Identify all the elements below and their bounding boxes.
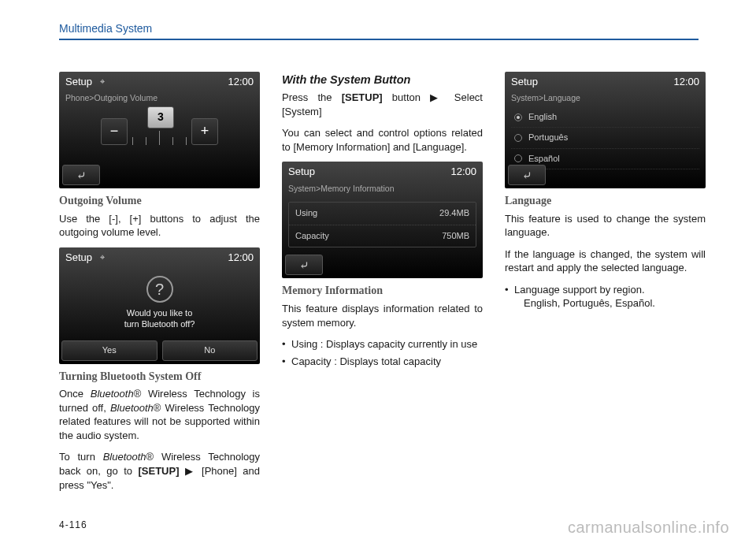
screen-outgoing-volume: Setup ⌖ 12:00 Phone>Outgoing Volume − + …	[59, 72, 260, 188]
clock: 12:00	[228, 251, 254, 265]
breadcrumb: Phone>Outgoing Volume	[59, 92, 260, 104]
screen-memory-info: Setup 12:00 System>Memory Information Us…	[282, 162, 483, 278]
language-bullets: Language support by region. English, Por…	[505, 283, 706, 311]
lang-support-values: English, Português, Español.	[514, 296, 706, 311]
column-2: With the System Button Press the [SETUP]…	[282, 72, 483, 500]
screen-title: Setup	[65, 251, 92, 265]
memory-bullets: Using : Displays capacity currently in u…	[282, 337, 483, 368]
language-option-english[interactable]: English	[511, 107, 699, 128]
back-button[interactable]: ⤶	[62, 165, 100, 185]
heading-memory-info: Memory Information	[282, 283, 483, 299]
screen-title: Setup	[288, 165, 315, 179]
text-bluetooth-off-2: To turn Bluetooth® Wireless Technology b…	[59, 450, 260, 492]
clock: 12:00	[673, 75, 699, 89]
no-button[interactable]: No	[162, 340, 258, 361]
text-system-button-2: You can select and control options relat…	[282, 126, 483, 154]
breadcrumb: System>Language	[505, 92, 706, 104]
screen-title: Setup	[511, 75, 538, 89]
heading-outgoing-volume: Outgoing Volume	[59, 193, 260, 209]
language-list: English Português Español	[511, 107, 699, 169]
yes-button[interactable]: Yes	[61, 340, 158, 361]
memory-row-capacity: Capacity750MB	[289, 225, 476, 247]
volume-thumb[interactable]: 3	[147, 106, 174, 128]
radio-icon	[514, 134, 522, 142]
bluetooth-icon: ⌖	[100, 251, 105, 263]
screen-title: Setup	[65, 75, 92, 89]
memory-row-using: Using29.4MB	[289, 203, 476, 225]
bullet-lang-support: Language support by region. English, Por…	[505, 283, 706, 311]
back-button[interactable]: ⤶	[285, 255, 323, 275]
bluetooth-icon: ⌖	[100, 76, 105, 87]
volume-minus-button[interactable]: −	[101, 118, 128, 145]
volume-plus-button[interactable]: +	[191, 118, 218, 145]
screen-language: Setup 12:00 System>Language English Port…	[505, 72, 706, 188]
radio-icon	[514, 113, 522, 121]
heading-bluetooth-off: Turning Bluetooth System Off	[59, 369, 260, 385]
text-language-1: This feature is used to change the syste…	[505, 212, 706, 240]
column-3: Setup 12:00 System>Language English Port…	[505, 72, 706, 500]
screen-bluetooth-off: Setup ⌖ 12:00 ? Would you like to turn B…	[59, 247, 260, 364]
volume-ticks	[132, 128, 187, 145]
back-button[interactable]: ⤶	[508, 165, 546, 185]
bullet-capacity: Capacity : Displays total capacity	[282, 355, 483, 369]
radio-icon	[514, 154, 522, 162]
bullet-using: Using : Displays capacity currently in u…	[282, 337, 483, 351]
text-system-button-1: Press the [SETUP] button ▶ Select [Syste…	[282, 91, 483, 118]
text-memory-info: This feature displays information relate…	[282, 302, 483, 329]
clock: 12:00	[450, 165, 476, 179]
heading-language: Language	[505, 193, 706, 209]
page-number: 4-116	[59, 519, 87, 530]
page-header: Multimedia System	[0, 0, 756, 40]
confirm-text: Would you like to turn Bluetooth off?	[124, 307, 195, 330]
content-columns: Setup ⌖ 12:00 Phone>Outgoing Volume − + …	[0, 40, 756, 500]
clock: 12:00	[228, 75, 254, 89]
language-option-portugues[interactable]: Português	[511, 128, 699, 148]
section-title: Multimedia System	[59, 22, 717, 37]
text-language-2: If the language is changed, the system w…	[505, 247, 706, 275]
memory-table: Using29.4MB Capacity750MB	[288, 202, 476, 247]
heading-system-button: With the System Button	[282, 72, 483, 87]
text-bluetooth-off-1: Once Bluetooth® Wireless Technology is t…	[59, 387, 260, 442]
text-outgoing-volume: Use the [-], [+] buttons to adjust the o…	[59, 212, 260, 240]
column-1: Setup ⌖ 12:00 Phone>Outgoing Volume − + …	[59, 72, 260, 500]
question-icon: ?	[146, 276, 173, 303]
watermark: carmanualsonline.info	[568, 519, 729, 537]
breadcrumb: System>Memory Information	[282, 183, 483, 195]
